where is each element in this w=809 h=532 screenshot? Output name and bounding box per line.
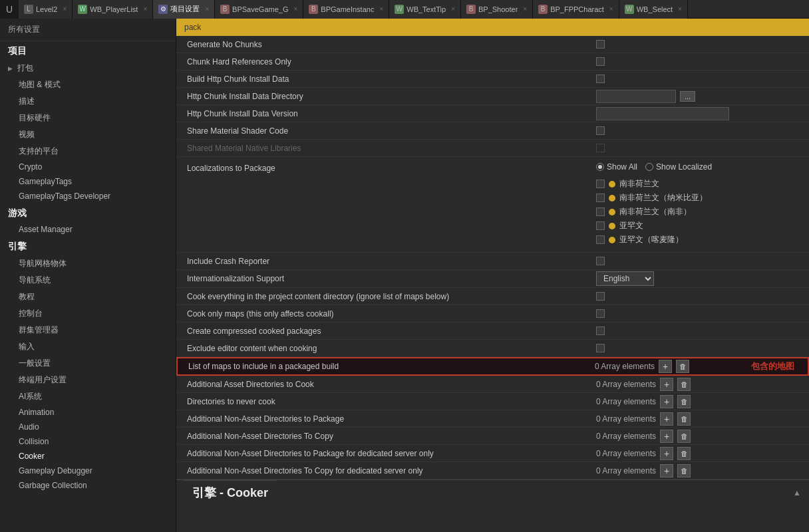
add-btn-dedicated-package[interactable]: + [660,447,673,460]
input-http-dir[interactable] [596,90,676,103]
tab-bpgameinstance-label: BPGameInstanc [321,5,374,13]
lang-item-4: 亚罕文（喀麦隆） [596,233,798,247]
sidebar-item-garbage-collection[interactable]: Garbage Collection [0,478,176,493]
tab-project-settings-close[interactable]: × [205,5,209,13]
tab-wb-texttip[interactable]: W WB_TextTip × [389,0,461,19]
input-http-version[interactable] [596,107,729,120]
value-exclude-editor [591,342,804,354]
section-title-game: 游戏 [0,203,176,222]
delete-btn-list-maps[interactable]: 🗑 [676,360,689,373]
tab-bpgameinstance[interactable]: B BPGameInstanc × [303,0,389,19]
delete-btn-dedicated-copy[interactable]: 🗑 [677,464,691,477]
sidebar-item-video[interactable]: 视频 [0,126,176,143]
add-btn-non-asset-copy[interactable]: + [660,430,673,443]
radio-show-localized[interactable]: Show Localized [645,162,712,172]
sidebar-item-collision[interactable]: Collision [0,434,176,449]
delete-btn-non-asset-package[interactable]: 🗑 [677,412,691,426]
delete-btn-asset-dirs[interactable]: 🗑 [677,378,691,391]
tab-bpsavegame-close[interactable]: × [293,5,297,13]
sidebar-item-platforms-label: 支持的平台 [19,146,59,157]
checkbox-generate-no-chunks[interactable] [596,40,605,49]
sidebar-item-gameplaytags[interactable]: GameplayTags [0,174,176,189]
tab-bpsavegame[interactable]: B BPSaveGame_G × [215,0,303,19]
checkbox-crash-reporter[interactable] [596,257,605,265]
delete-btn-dedicated-package[interactable]: 🗑 [677,447,691,460]
checkbox-share-shader[interactable] [596,126,605,135]
sidebar-item-cooker[interactable]: Cooker [0,449,176,464]
add-btn-list-maps[interactable]: + [659,360,672,373]
checkbox-lang-1[interactable] [596,194,605,202]
sidebar-item-cluster[interactable]: 群集管理器 [0,322,176,338]
tab-wb-texttip-close[interactable]: × [451,5,455,13]
sidebar-item-maps[interactable]: 地图 & 模式 [0,76,176,93]
checkbox-compressed[interactable] [596,327,605,335]
tab-wb-playerlist[interactable]: W WB_PlayerList × [73,0,153,19]
row-asset-dirs: Additional Asset Directories to Cook 0 A… [176,376,809,393]
sidebar-item-input[interactable]: 输入 [0,338,176,355]
sidebar-item-console-label: 控制台 [19,308,43,319]
sidebar-item-description[interactable]: 描述 [0,93,176,110]
sidebar-item-nav-sys[interactable]: 导航系统 [0,272,176,289]
checkbox-build-http[interactable] [596,74,605,83]
tab-bpgameinstance-close[interactable]: × [379,5,383,13]
row-shared-native: Shared Material Native Libraries [176,140,809,157]
sidebar-item-gameplaytags-label: GameplayTags [19,177,72,186]
add-btn-dedicated-copy[interactable]: + [660,464,673,477]
checkbox-cook-everything[interactable] [596,292,605,301]
sidebar-item-crypto[interactable]: Crypto [0,160,176,174]
sidebar-item-general[interactable]: 一般设置 [0,355,176,372]
checkbox-chunk-hard-refs[interactable] [596,57,605,66]
value-share-shader [591,125,804,136]
delete-btn-never-cook[interactable]: 🗑 [677,395,691,408]
tab-level2-close[interactable]: × [63,5,67,13]
checkbox-lang-0[interactable] [596,180,605,188]
scroll-up-indicator[interactable]: ▲ [793,488,801,497]
count-dedicated-copy: 0 Array elements [596,466,656,475]
checkbox-lang-3[interactable] [596,221,605,230]
app-logo: U [0,0,19,19]
radio-show-all[interactable]: Show All [596,162,637,172]
sidebar-item-tutorials[interactable]: 教程 [0,289,176,305]
sidebar-item-gameplaytags-dev[interactable]: GameplayTags Developer [0,189,176,203]
sidebar-item-gameplay-debugger-label: Gameplay Debugger [19,466,92,475]
checkbox-exclude-editor[interactable] [596,344,605,352]
tab-level2[interactable]: L Level2 × [19,0,73,19]
sidebar-item-console[interactable]: 控制台 [0,305,176,322]
tab-wb-select[interactable]: W WB_Select × [619,0,688,19]
browse-btn-http-dir[interactable]: ... [680,91,695,102]
sidebar-item-platforms[interactable]: 支持的平台 [0,143,176,160]
tab-bp-shooter[interactable]: B BP_Shooter × [461,0,533,19]
search-bar [176,19,809,36]
label-shared-native: Shared Material Native Libraries [182,141,591,156]
sidebar-item-animation[interactable]: Animation [0,405,176,420]
tab-bp-fppchr[interactable]: B BP_FPPCharact × [533,0,619,19]
tab-bp-fppchr-close[interactable]: × [609,5,613,13]
add-btn-non-asset-package[interactable]: + [660,412,673,426]
sidebar-item-end-user[interactable]: 终端用户设置 [0,372,176,388]
sidebar-item-nav-mesh[interactable]: 导航网格物体 [0,255,176,272]
sidebar-item-ai[interactable]: AI系统 [0,388,176,405]
count-list-maps: 0 Array elements [595,362,655,371]
dropdown-i18n[interactable]: English Chinese Japanese [596,271,654,286]
checkbox-lang-4[interactable] [596,235,605,244]
checkbox-cook-maps[interactable] [596,309,605,318]
search-input[interactable] [184,23,801,32]
add-btn-never-cook[interactable]: + [660,395,673,408]
sidebar-item-gameplay-debugger[interactable]: Gameplay Debugger [0,464,176,478]
section-title-engine: 引擎 [0,237,176,255]
delete-btn-non-asset-copy[interactable]: 🗑 [677,430,691,443]
sidebar-item-crypto-label: Crypto [19,162,42,172]
tab-project-settings[interactable]: ⚙ 项目设置 × [153,0,215,19]
tab-wb-playerlist-close[interactable]: × [143,5,147,13]
sidebar-item-asset-manager[interactable]: Asset Manager [0,222,176,237]
sidebar: 所有设置 项目 ▶ 打包 地图 & 模式 描述 目标硬件 视频 支持的平台 Cr… [0,19,176,532]
sidebar-item-packaging[interactable]: ▶ 打包 [0,60,176,76]
value-dedicated-package: 0 Array elements + 🗑 [591,446,804,462]
add-btn-asset-dirs[interactable]: + [660,378,673,391]
tab-bp-shooter-close[interactable]: × [523,5,527,13]
lang-name-1: 南非荷兰文（纳米比亚） [619,192,707,203]
checkbox-lang-2[interactable] [596,207,605,216]
sidebar-item-audio[interactable]: Audio [0,420,176,434]
tab-wb-select-close[interactable]: × [678,5,682,13]
sidebar-item-target-hw[interactable]: 目标硬件 [0,110,176,126]
